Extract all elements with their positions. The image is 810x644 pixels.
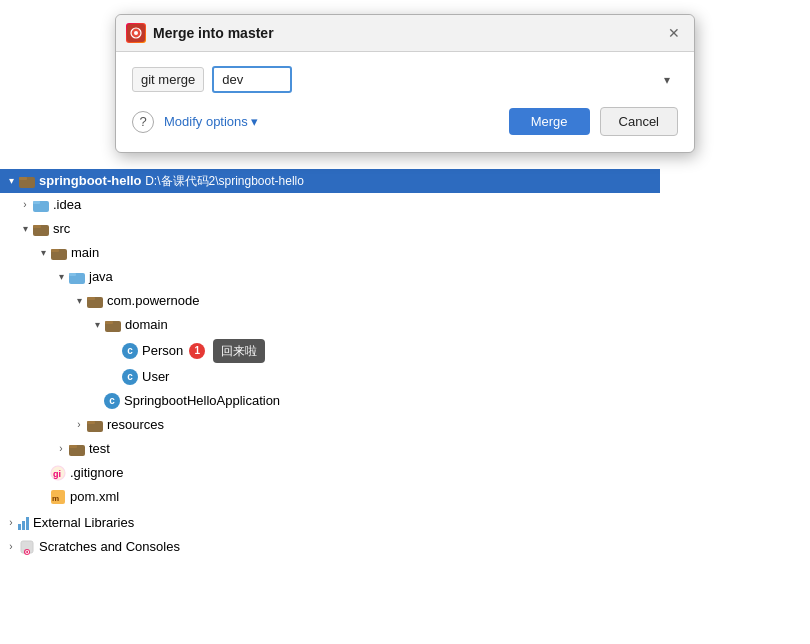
help-button[interactable]: ? [132, 111, 154, 133]
git-command-label: git merge [132, 67, 204, 92]
cancel-button[interactable]: Cancel [600, 107, 678, 136]
modify-options-link[interactable]: Modify options ▾ [164, 114, 258, 129]
merge-dialog: Merge into master ✕ git merge dev main m… [115, 14, 695, 153]
modal-actions-row: ? Modify options ▾ Merge Cancel [132, 107, 678, 136]
modal-overlay: Merge into master ✕ git merge dev main m… [0, 0, 810, 644]
dialog-title: Merge into master [153, 25, 274, 41]
close-button[interactable]: ✕ [666, 25, 682, 41]
branch-select-wrapper: dev main master [212, 66, 678, 93]
app-icon [126, 23, 146, 43]
modal-body: git merge dev main master ? Modify optio… [116, 52, 694, 152]
modal-command-row: git merge dev main master [132, 66, 678, 93]
modal-title-area: Merge into master [126, 23, 274, 43]
branch-select[interactable]: dev main master [212, 66, 292, 93]
merge-button[interactable]: Merge [509, 108, 590, 135]
svg-point-27 [134, 31, 138, 35]
modal-titlebar: Merge into master ✕ [116, 15, 694, 52]
